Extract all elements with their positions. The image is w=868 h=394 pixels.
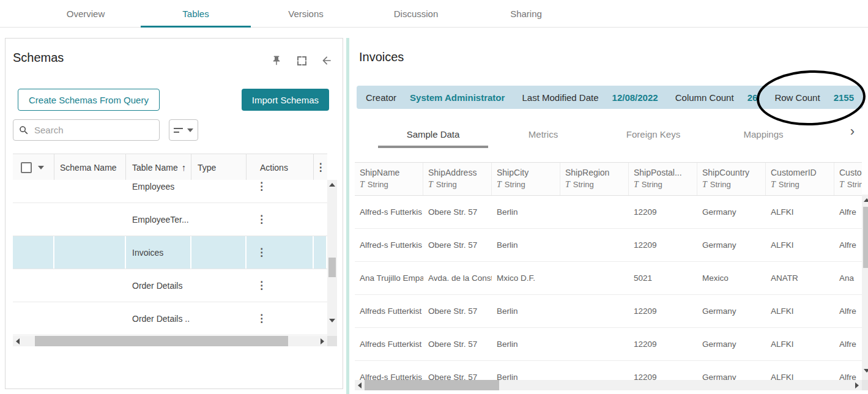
details-tab-sample-data[interactable]: Sample Data: [378, 119, 488, 149]
chevron-down-icon: [187, 128, 193, 132]
top-tab-sharing[interactable]: Sharing: [471, 0, 581, 28]
schema-table-row-order-details[interactable]: Order Details ...⋮: [13, 302, 327, 335]
scroll-down-arrow[interactable]: [862, 366, 868, 375]
sample-data-v-scrollbar[interactable]: [862, 195, 868, 380]
sample-data-cell: Obere Str. 57: [423, 328, 492, 360]
select-menu-caret-icon[interactable]: [38, 166, 44, 169]
sample-data-cell: Alfreds Futterkist: [355, 328, 423, 360]
sample-data-cell: Berlin: [492, 295, 560, 327]
row-actions-kebab-icon[interactable]: ⋮: [256, 181, 267, 191]
info-label: Row Count: [774, 92, 820, 103]
top-tab-versions[interactable]: Versions: [251, 0, 361, 28]
collapse-panel-arrow-icon[interactable]: [321, 54, 333, 67]
schemas-grid-rows: Employees⋮EmployeeTer...⋮Invoices⋮Order …: [13, 180, 327, 336]
row-select-cell: [13, 203, 54, 236]
schemas-v-scrollbar[interactable]: [327, 180, 337, 336]
row-actions-kebab-icon[interactable]: ⋮: [256, 280, 267, 291]
row-table-name-cell: Order Details: [126, 269, 191, 302]
scroll-left-arrow[interactable]: [355, 380, 365, 390]
row-actions-kebab-icon[interactable]: ⋮: [256, 214, 267, 225]
table-details-title: Invoices: [359, 50, 404, 64]
column-type: TString: [771, 180, 831, 190]
scroll-left-arrow[interactable]: [13, 336, 23, 346]
sample-data-cell: Alfre: [834, 361, 862, 380]
row-actions-kebab-icon[interactable]: ⋮: [256, 247, 267, 258]
schema-table-row-employees[interactable]: Employees⋮: [13, 180, 327, 203]
sample-data-cell: 12209: [629, 328, 697, 360]
schemas-panel: Schemas Create Schemas From Query Import…: [5, 38, 343, 389]
sample-data-row[interactable]: Alfred-s FutterkisObere Str. 57Berlin122…: [355, 229, 862, 262]
search-input[interactable]: [33, 124, 146, 136]
info-value: System Administrator: [410, 92, 505, 103]
sample-data-h-scrollbar[interactable]: [355, 380, 862, 390]
sample-data-cell: 12209: [629, 229, 697, 261]
grid-options-kebab-icon[interactable]: ⋮: [316, 162, 326, 173]
type-string-icon: T: [497, 180, 502, 189]
column-name: ShipRegion: [565, 168, 626, 177]
sample-data-row[interactable]: Ana Trujillo EmpaAvda. de la ConstMxico …: [355, 262, 862, 295]
details-tab-foreign-keys[interactable]: Foreign Keys: [598, 119, 708, 149]
scroll-right-arrow[interactable]: [852, 380, 862, 390]
column-name: ShipCity: [497, 168, 557, 177]
tabs-overflow-chevron-icon[interactable]: ›: [850, 125, 855, 138]
scroll-up-arrow[interactable]: [327, 180, 337, 190]
type-string-icon: T: [634, 180, 639, 189]
sample-data-cell: Obere Str. 57: [423, 361, 492, 380]
create-schemas-from-query-button[interactable]: Create Schemas From Query: [18, 89, 160, 111]
column-type: TString: [702, 180, 763, 190]
sample-data-row[interactable]: Alfred-s FutterkisObere Str. 57Berlin122…: [355, 361, 862, 380]
schema-table-row-order-details[interactable]: Order Details⋮: [13, 269, 327, 302]
sample-data-cell: Ana Trujillo Empa: [355, 262, 423, 294]
v-scroll-thumb[interactable]: [328, 258, 336, 277]
info-value: 26: [747, 92, 758, 103]
sort-options-button[interactable]: [169, 119, 198, 141]
details-tab-label: Foreign Keys: [626, 129, 680, 139]
fullscreen-icon[interactable]: [295, 54, 308, 67]
search-box[interactable]: [13, 119, 160, 141]
import-schemas-button[interactable]: Import Schemas: [242, 89, 329, 111]
sample-data-cell: Germany: [697, 328, 766, 360]
column-header-actions[interactable]: Actions: [247, 154, 314, 180]
sample-data-cell: [560, 196, 629, 228]
sample-data-cell: ALFKI: [766, 295, 834, 327]
sample-data-row[interactable]: Alfreds FutterkistObere Str. 57Berlin122…: [355, 295, 862, 328]
column-type: TString: [565, 180, 626, 190]
column-header-schema-name[interactable]: Schema Name: [54, 154, 126, 180]
sample-data-row[interactable]: Alfred-s FutterkisObere Str. 57Berlin122…: [355, 196, 862, 229]
pin-icon[interactable]: [270, 54, 283, 67]
select-all-checkbox[interactable]: [21, 162, 32, 173]
row-actions-kebab-icon[interactable]: ⋮: [256, 313, 267, 324]
scroll-up-arrow[interactable]: [862, 196, 868, 204]
type-label: String: [779, 180, 799, 189]
column-header-customerid[interactable]: CustomerIDTString: [766, 163, 834, 195]
schema-table-row-invoices[interactable]: Invoices⋮: [13, 236, 327, 269]
column-header-shipname[interactable]: ShipNameTString: [355, 163, 423, 195]
top-tab-tables[interactable]: Tables: [141, 0, 251, 28]
details-tab-metrics[interactable]: Metrics: [488, 119, 598, 149]
details-tab-mappings[interactable]: Mappings: [708, 119, 818, 149]
schemas-search-row: [13, 119, 198, 141]
info-row-count: Row Count2155: [774, 92, 854, 103]
schema-table-row-employeeter[interactable]: EmployeeTer...⋮: [13, 203, 327, 236]
schemas-h-scrollbar[interactable]: [13, 336, 327, 346]
column-header-shipregion[interactable]: ShipRegionTString: [560, 163, 629, 195]
column-header-shipaddress[interactable]: ShipAddressTString: [423, 163, 492, 195]
scroll-down-arrow[interactable]: [327, 316, 337, 325]
top-tab-overview[interactable]: Overview: [31, 0, 141, 28]
scroll-right-arrow[interactable]: [317, 336, 327, 346]
top-tab-label: Sharing: [510, 9, 542, 19]
column-header-shipcountry[interactable]: ShipCountryTString: [697, 163, 766, 195]
h-scroll-thumb[interactable]: [365, 380, 499, 390]
h-scroll-thumb[interactable]: [35, 336, 288, 346]
top-tab-discussion[interactable]: Discussion: [361, 0, 471, 28]
column-header-type[interactable]: Type: [191, 154, 247, 180]
sort-ascending-icon: ↑: [182, 162, 187, 173]
column-name: ShipPostal...: [634, 168, 694, 177]
sample-data-row[interactable]: Alfreds FutterkistObere Str. 57Berlin122…: [355, 328, 862, 361]
column-header-custor[interactable]: CustorTStrin: [834, 163, 862, 195]
column-header-shippostal[interactable]: ShipPostal...TString: [629, 163, 697, 195]
column-header-table-name[interactable]: Table Name ↑: [126, 154, 191, 180]
type-string-icon: T: [428, 180, 433, 189]
v-scroll-thumb[interactable]: [863, 207, 868, 268]
column-header-shipcity[interactable]: ShipCityTString: [492, 163, 560, 195]
